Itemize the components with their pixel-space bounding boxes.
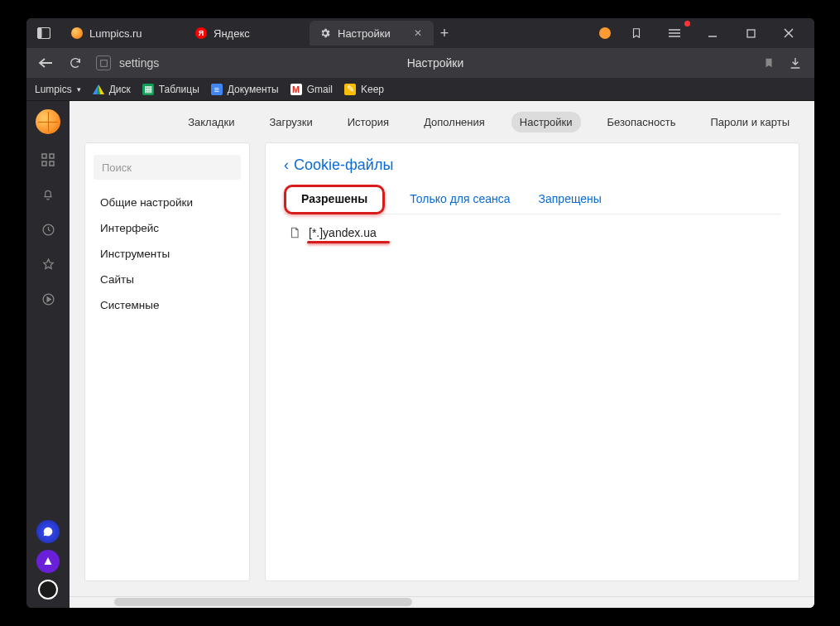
reload-button[interactable] [66,54,84,72]
bookmark-star-icon[interactable] [763,56,775,70]
svg-rect-15 [42,161,46,166]
vertical-sidebar [26,101,70,608]
tab-settings[interactable]: Настройки ✕ [310,21,434,46]
play-icon[interactable] [39,290,57,308]
site-logo-icon[interactable] [36,109,60,134]
settings-search-input[interactable]: Поиск [94,155,241,180]
bookmark-label: Keep [361,84,384,95]
bookmark-docs[interactable]: ≡ Документы [211,84,279,95]
sidebar-item-system[interactable]: Системные [85,292,249,318]
breadcrumb-label: Cookie-файлы [294,156,393,174]
svg-rect-1 [38,28,42,39]
browser-window: Lumpics.ru Я Яндекс Настройки ✕ + [26,18,814,608]
nav-bookmarks[interactable]: Закладки [180,112,242,132]
url-field[interactable]: settings Настройки [96,52,775,74]
subtab-allowed[interactable]: Разрешены [298,185,371,214]
tabs-strip: Lumpics.ru Я Яндекс Настройки ✕ + [61,21,599,46]
tab-yandex[interactable]: Я Яндекс [185,21,310,46]
bookmarks-bar: Lumpics ▾ Диск ▦ Таблицы ≡ Документы M G… [26,78,814,101]
bookmark-disk[interactable]: Диск [93,84,131,95]
back-button[interactable] [36,54,55,72]
page-title: Настройки [407,56,464,70]
keep-icon: ✎ [344,84,356,95]
profile-icon[interactable] [599,27,611,39]
nav-history[interactable]: История [339,112,397,132]
messenger-icon[interactable] [36,520,60,543]
bookmarks-flag-icon[interactable] [624,22,649,44]
svg-rect-16 [50,161,54,166]
folder-label: Lumpics [35,84,72,95]
tab-label: Настройки [338,27,391,40]
titlebar-controls [599,22,808,44]
sidebar-item-interface[interactable]: Интерфейс [85,215,249,241]
nav-security[interactable]: Безопасность [599,112,684,132]
cookie-entry[interactable]: [*.]yandex.ua [284,214,780,241]
settings-detail-panel: ‹ Cookie-файлы Разрешены Только для сеан… [265,142,799,581]
subtab-session[interactable]: Только для сеанса [406,185,513,214]
addressbar: settings Настройки [26,48,814,78]
minimize-button[interactable] [700,22,725,44]
bookmark-label: Документы [228,84,279,95]
alice-icon[interactable] [36,550,60,573]
favicon-yandex: Я [195,27,207,39]
sheets-icon: ▦ [142,84,154,95]
site-info-icon[interactable] [96,55,111,70]
bookmark-label: Таблицы [159,84,199,95]
disk-icon [93,84,104,95]
bookmark-label: Gmail [307,84,333,95]
subtab-blocked[interactable]: Запрещены [535,185,605,214]
yandex-round-icon[interactable] [38,580,58,600]
settings-content: Закладки Загрузки История Дополнения Нас… [70,101,814,608]
notification-badge [684,21,690,26]
close-button[interactable] [776,22,801,44]
nav-settings[interactable]: Настройки [511,112,581,132]
settings-topnav: Закладки Загрузки История Дополнения Нас… [70,101,814,142]
titlebar: Lumpics.ru Я Яндекс Настройки ✕ + [26,18,814,48]
gear-icon [319,27,331,39]
document-icon [289,226,300,239]
cookie-domain: [*.]yandex.ua [309,226,377,239]
tab-label: Яндекс [214,27,250,40]
chevron-down-icon: ▾ [77,85,81,94]
sidebar-item-sites[interactable]: Сайты [85,267,249,292]
extensions-icon[interactable] [662,22,687,44]
downloads-button[interactable] [786,54,804,72]
highlight-underline [307,241,390,243]
sidebar-item-general[interactable]: Общие настройки [85,190,249,215]
highlight-annotation: Разрешены [284,185,385,214]
svg-rect-13 [42,154,46,158]
sidebar-item-tools[interactable]: Инструменты [85,241,249,267]
nav-addons[interactable]: Дополнения [415,112,493,132]
settings-sidebar: Поиск Общие настройки Интерфейс Инструме… [84,142,250,581]
svg-rect-14 [50,154,54,158]
settings-panels: Поиск Общие настройки Интерфейс Инструме… [70,142,814,596]
new-tab-button[interactable]: + [434,22,455,44]
bookmarks-folder[interactable]: Lumpics ▾ [35,84,81,95]
main-area: Закладки Загрузки История Дополнения Нас… [26,101,814,608]
url-text: settings [119,56,159,70]
star-icon[interactable] [39,255,57,273]
tab-lumpics[interactable]: Lumpics.ru [61,21,185,46]
maximize-button[interactable] [738,22,763,44]
favicon-lumpics [71,27,83,39]
nav-downloads[interactable]: Загрузки [261,112,320,132]
bookmark-keep[interactable]: ✎ Keep [344,84,384,95]
horizontal-scrollbar[interactable] [70,596,814,608]
scrollbar-thumb[interactable] [114,598,412,606]
bookmark-label: Диск [109,84,131,95]
tableau-icon[interactable] [39,151,57,169]
nav-passwords[interactable]: Пароли и карты [702,112,798,132]
close-icon[interactable]: ✕ [412,27,424,39]
bookmark-sheets[interactable]: ▦ Таблицы [142,84,199,95]
gmail-icon: M [290,84,302,95]
cookie-subtabs: Разрешены Только для сеанса Запрещены [284,185,780,214]
bell-icon[interactable] [39,185,57,204]
chevron-left-icon: ‹ [284,156,289,174]
breadcrumb-back[interactable]: ‹ Cookie-файлы [284,156,780,174]
docs-icon: ≡ [211,84,223,95]
sidebar-toggle-button[interactable] [33,22,55,44]
tab-label: Lumpics.ru [89,27,142,40]
bookmark-gmail[interactable]: M Gmail [290,84,333,95]
svg-rect-6 [747,30,755,37]
history-icon[interactable] [39,220,57,238]
